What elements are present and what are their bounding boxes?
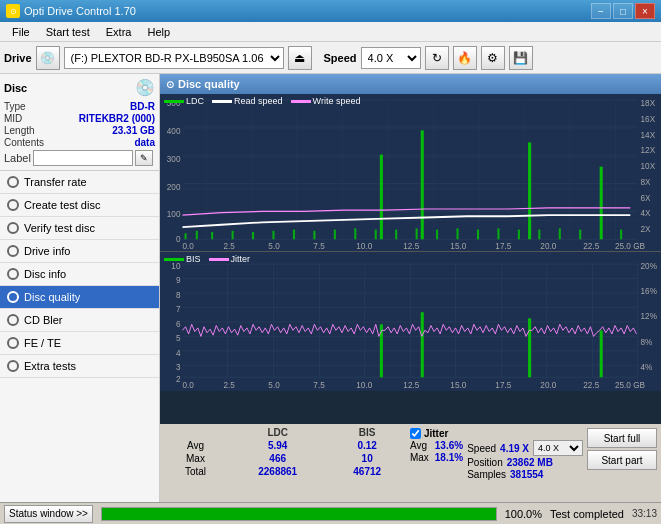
sidebar-item-drive-info[interactable]: Drive info xyxy=(0,240,159,263)
avg-bis: 0.12 xyxy=(328,439,405,452)
svg-text:15.0: 15.0 xyxy=(450,380,466,391)
sidebar-item-create-test-disc[interactable]: Create test disc xyxy=(0,194,159,217)
progress-bar xyxy=(102,508,496,520)
svg-text:7.5: 7.5 xyxy=(313,240,324,251)
menu-file[interactable]: File xyxy=(4,24,38,40)
svg-text:200: 200 xyxy=(167,181,181,192)
contents-value: data xyxy=(134,137,155,148)
svg-rect-82 xyxy=(528,319,531,378)
speed-select[interactable]: 4.0 X xyxy=(361,47,421,69)
svg-rect-19 xyxy=(380,155,383,240)
drive-select[interactable]: (F:) PLEXTOR BD-R PX-LB950SA 1.06 xyxy=(64,47,284,69)
sidebar-item-fe-te[interactable]: FE / TE xyxy=(0,332,159,355)
menu-help[interactable]: Help xyxy=(139,24,178,40)
avg-ldc: 5.94 xyxy=(227,439,328,452)
svg-rect-31 xyxy=(579,230,581,240)
mid-value: RITEKBR2 (000) xyxy=(79,113,155,124)
refresh-button[interactable]: ↻ xyxy=(425,46,449,70)
burn-button[interactable]: 🔥 xyxy=(453,46,477,70)
svg-text:17.5: 17.5 xyxy=(495,240,511,251)
svg-rect-23 xyxy=(436,230,438,240)
label-input[interactable] xyxy=(33,150,133,166)
svg-text:0.0: 0.0 xyxy=(182,380,193,391)
svg-text:25.0 GB: 25.0 GB xyxy=(615,380,645,391)
svg-text:100: 100 xyxy=(167,209,181,220)
lower-chart: BIS Jitter xyxy=(160,252,661,391)
svg-text:0.0: 0.0 xyxy=(182,240,193,251)
close-button[interactable]: × xyxy=(635,3,655,19)
nav-label-disc-info: Disc info xyxy=(24,268,66,280)
quality-panel-header: ⊙ Disc quality xyxy=(160,74,661,94)
legend-write-speed: Write speed xyxy=(313,96,361,106)
sidebar-item-verify-test-disc[interactable]: Verify test disc xyxy=(0,217,159,240)
samples-val: 381554 xyxy=(510,469,543,480)
sidebar: Disc 💿 Type BD-R MID RITEKBR2 (000) Leng… xyxy=(0,74,160,502)
svg-rect-27 xyxy=(518,230,520,240)
svg-text:9: 9 xyxy=(176,275,181,286)
minimize-button[interactable]: − xyxy=(591,3,611,19)
svg-text:4X: 4X xyxy=(641,208,651,219)
sidebar-item-transfer-rate[interactable]: Transfer rate xyxy=(0,171,159,194)
nav-label-verify-test-disc: Verify test disc xyxy=(24,222,95,234)
svg-text:6: 6 xyxy=(176,318,181,329)
col-header-ldc: LDC xyxy=(227,426,328,439)
svg-text:12.5: 12.5 xyxy=(403,240,419,251)
svg-text:2.5: 2.5 xyxy=(223,240,234,251)
svg-text:400: 400 xyxy=(167,125,181,136)
svg-text:12%: 12% xyxy=(641,311,657,322)
sidebar-item-cd-bler[interactable]: CD Bler xyxy=(0,309,159,332)
eject-button[interactable]: ⏏ xyxy=(288,46,312,70)
status-window-button[interactable]: Status window >> xyxy=(4,505,93,523)
svg-rect-83 xyxy=(600,331,603,378)
max-ldc: 466 xyxy=(227,452,328,465)
quality-title: Disc quality xyxy=(178,78,240,90)
start-full-button[interactable]: Start full xyxy=(587,428,657,448)
max-label: Max xyxy=(164,452,227,465)
jitter-checkbox[interactable] xyxy=(410,428,421,439)
lower-chart-legend: BIS Jitter xyxy=(164,254,250,264)
svg-text:17.5: 17.5 xyxy=(495,380,511,391)
nav-label-disc-quality: Disc quality xyxy=(24,291,80,303)
svg-text:14X: 14X xyxy=(641,129,656,140)
start-part-button[interactable]: Start part xyxy=(587,450,657,470)
sidebar-item-extra-tests[interactable]: Extra tests xyxy=(0,355,159,378)
total-ldc: 2268861 xyxy=(227,465,328,478)
app-icon: ⊙ xyxy=(6,4,20,18)
svg-text:5.0: 5.0 xyxy=(268,380,279,391)
nav-icon-create-test-disc xyxy=(6,198,20,212)
nav-label-create-test-disc: Create test disc xyxy=(24,199,100,211)
menu-extra[interactable]: Extra xyxy=(98,24,140,40)
menu-start-test[interactable]: Start test xyxy=(38,24,98,40)
legend-bis: BIS xyxy=(186,254,201,264)
maximize-button[interactable]: □ xyxy=(613,3,633,19)
svg-rect-29 xyxy=(538,230,540,240)
max-bis: 10 xyxy=(328,452,405,465)
title-bar: ⊙ Opti Drive Control 1.70 − □ × xyxy=(0,0,661,22)
nav-icon-disc-quality xyxy=(6,290,20,304)
svg-rect-33 xyxy=(620,230,622,240)
sidebar-item-disc-info[interactable]: Disc info xyxy=(0,263,159,286)
main-area: Disc 💿 Type BD-R MID RITEKBR2 (000) Leng… xyxy=(0,74,661,502)
svg-text:15.0: 15.0 xyxy=(450,240,466,251)
contents-label: Contents xyxy=(4,137,44,148)
stats-row-max: Max 466 10 xyxy=(164,452,406,465)
svg-text:22.5: 22.5 xyxy=(583,240,599,251)
save-button[interactable]: 💾 xyxy=(509,46,533,70)
nav-icon-fe-te xyxy=(6,336,20,350)
speed-dropdown[interactable]: 4.0 X xyxy=(533,440,583,456)
mid-label: MID xyxy=(4,113,22,124)
label-button[interactable]: ✎ xyxy=(135,150,153,166)
svg-text:8%: 8% xyxy=(641,337,653,348)
svg-text:7.5: 7.5 xyxy=(313,380,324,391)
svg-text:12.5: 12.5 xyxy=(403,380,419,391)
drive-icon-button[interactable]: 💿 xyxy=(36,46,60,70)
svg-text:12X: 12X xyxy=(641,145,656,156)
progress-percent: 100.0% xyxy=(505,508,542,520)
svg-rect-30 xyxy=(559,228,561,239)
svg-rect-25 xyxy=(477,230,479,240)
nav-label-transfer-rate: Transfer rate xyxy=(24,176,87,188)
settings-button[interactable]: ⚙ xyxy=(481,46,505,70)
speed-key: Speed xyxy=(467,443,496,454)
nav-label-cd-bler: CD Bler xyxy=(24,314,63,326)
sidebar-item-disc-quality[interactable]: Disc quality xyxy=(0,286,159,309)
